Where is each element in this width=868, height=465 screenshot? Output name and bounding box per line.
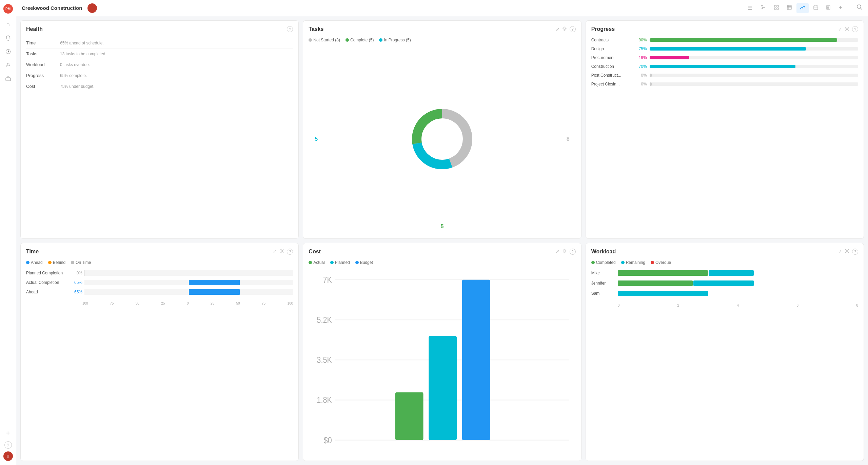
progress-bar-post xyxy=(650,74,858,77)
progress-fill-closing xyxy=(650,82,652,86)
progress-pct-construction: 70% xyxy=(635,64,647,69)
workload-legend: Completed Remaining Overdue xyxy=(591,260,858,265)
progress-fill-construction xyxy=(650,65,796,68)
search-icon[interactable] xyxy=(856,4,863,12)
progress-card: Progress ⤢ ? Contracts 90% xyxy=(586,20,864,239)
tasks-help-icon[interactable]: ? xyxy=(570,26,576,32)
donut-chart: 5 8 5 xyxy=(309,45,575,233)
progress-card-header: Progress ⤢ ? xyxy=(591,26,858,32)
tab-dash2[interactable] xyxy=(771,3,782,13)
tab-add[interactable]: + xyxy=(835,2,846,14)
svg-rect-8 xyxy=(774,8,776,9)
svg-point-1 xyxy=(7,63,9,65)
workload-row-jennifer: Jennifer xyxy=(591,280,858,286)
sidebar-item-home[interactable]: ⌂ xyxy=(3,19,14,30)
sidebar-help-button[interactable]: ? xyxy=(4,441,12,449)
workload-gear-icon[interactable] xyxy=(845,249,849,254)
time-expand-icon[interactable]: ⤢ xyxy=(273,249,277,254)
sidebar-avatar[interactable]: U xyxy=(3,451,13,461)
svg-rect-2 xyxy=(6,78,11,81)
workload-title: Workload xyxy=(591,249,616,255)
time-value-planned: 0% xyxy=(72,271,82,275)
tab-list[interactable]: ☰ xyxy=(744,3,756,13)
cost-chart-area: 7K 5.2K 3.5K 1.8K $0 xyxy=(309,268,575,456)
health-label-progress: Progress xyxy=(26,73,60,78)
time-title: Time xyxy=(26,249,39,255)
sidebar-item-briefcase[interactable] xyxy=(3,73,14,84)
svg-text:$0: $0 xyxy=(324,435,332,445)
tab-calendar[interactable] xyxy=(810,3,822,13)
progress-expand-icon[interactable]: ⤢ xyxy=(838,27,842,32)
workload-card: Workload ⤢ ? Completed Remaining xyxy=(586,243,864,461)
cost-gear-icon[interactable] xyxy=(562,249,567,254)
tab-doc[interactable] xyxy=(823,3,834,13)
cost-expand-icon[interactable]: ⤢ xyxy=(556,249,559,254)
svg-text:7K: 7K xyxy=(323,275,332,285)
health-label-workload: Workload xyxy=(26,62,60,67)
health-card-header: Health ? xyxy=(26,26,293,32)
sidebar-item-person[interactable] xyxy=(3,60,14,71)
workload-axis-8: 8 xyxy=(856,304,858,307)
time-legend: Ahead Behind On Time xyxy=(26,260,293,265)
time-gear-icon[interactable] xyxy=(279,249,284,254)
progress-actions: ⤢ ? xyxy=(838,26,858,32)
progress-fill-design xyxy=(650,47,806,51)
workload-row-mike: Mike xyxy=(591,270,858,276)
workload-help-icon[interactable]: ? xyxy=(852,249,858,255)
tasks-card-header: Tasks ⤢ ? xyxy=(309,26,575,32)
time-axis-25r: 25 xyxy=(211,302,214,305)
progress-row-contracts: Contracts 90% xyxy=(591,38,858,42)
health-row-tasks: Tasks 13 tasks to be completed. xyxy=(26,49,293,59)
legend-label-not-started: Not Started (8) xyxy=(313,38,340,42)
health-value-workload: 0 tasks overdue. xyxy=(60,62,90,67)
progress-fill-post xyxy=(650,74,652,77)
svg-line-23 xyxy=(861,8,862,10)
legend-label-ahead: Ahead xyxy=(31,260,43,265)
svg-rect-6 xyxy=(774,5,776,7)
progress-help-icon[interactable]: ? xyxy=(852,26,858,32)
progress-title: Progress xyxy=(591,26,615,32)
workload-bar-jennifer-remaining xyxy=(693,280,753,286)
legend-label-complete: Complete (5) xyxy=(350,38,374,42)
content-grid: Health ? Time 65% ahead of schedule. Tas… xyxy=(16,16,868,465)
time-help-icon[interactable]: ? xyxy=(287,249,293,255)
sidebar-add-button[interactable]: + xyxy=(3,428,14,439)
legend-label-in-progress: In Progress (5) xyxy=(384,38,411,42)
health-label-cost: Cost xyxy=(26,84,60,89)
svg-rect-4 xyxy=(762,7,765,8)
cost-help-icon[interactable]: ? xyxy=(570,249,576,255)
legend-actual: Actual xyxy=(309,260,324,265)
tab-chart[interactable] xyxy=(796,3,809,13)
health-help-icon[interactable]: ? xyxy=(287,26,293,32)
health-actions: ? xyxy=(287,26,293,32)
cost-bar-budget xyxy=(462,279,490,440)
tab-table[interactable] xyxy=(784,3,795,13)
sidebar-item-bell[interactable] xyxy=(3,33,14,43)
donut-label-right: 8 xyxy=(567,136,570,142)
time-row-planned: Planned Completion 0% xyxy=(26,270,293,276)
workload-bar-sam-remaining xyxy=(618,291,708,296)
tab-gantt[interactable] xyxy=(757,3,769,13)
sidebar-item-clock[interactable] xyxy=(3,46,14,57)
workload-axis-0: 0 xyxy=(618,304,620,307)
legend-dot-remaining xyxy=(621,261,625,264)
health-row-progress: Progress 65% complete. xyxy=(26,70,293,81)
time-label-ahead: Ahead xyxy=(26,290,70,294)
svg-rect-10 xyxy=(787,5,791,9)
workload-expand-icon[interactable]: ⤢ xyxy=(838,249,842,254)
workload-actions: ⤢ ? xyxy=(838,249,858,255)
time-actions: ⤢ ? xyxy=(273,249,293,255)
time-axis-50l: 50 xyxy=(136,302,139,305)
progress-gear-icon[interactable] xyxy=(845,26,849,32)
time-label-actual: Actual Completion xyxy=(26,280,70,285)
progress-row-closing: Project Closin... 0% xyxy=(591,82,858,86)
time-axis-75r: 75 xyxy=(262,302,265,305)
progress-label-post: Post Construct... xyxy=(591,73,632,78)
legend-dot-overdue xyxy=(651,261,654,264)
header-avatar xyxy=(87,3,97,13)
time-axis-50r: 50 xyxy=(236,302,240,305)
time-row-actual: Actual Completion 65% xyxy=(26,280,293,285)
health-value-time: 65% ahead of schedule. xyxy=(60,41,104,45)
tasks-expand-icon[interactable]: ⤢ xyxy=(556,27,559,32)
tasks-gear-icon[interactable] xyxy=(562,26,567,32)
